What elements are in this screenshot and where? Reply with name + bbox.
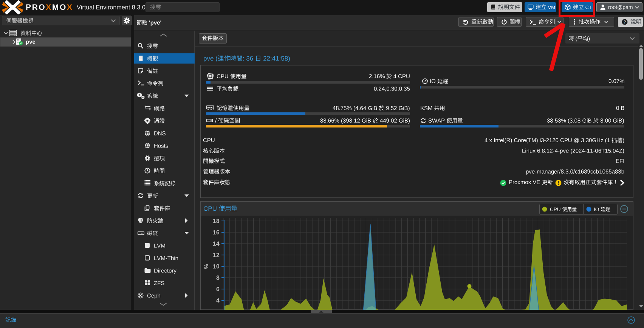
svg-text:?: ? xyxy=(624,20,626,24)
